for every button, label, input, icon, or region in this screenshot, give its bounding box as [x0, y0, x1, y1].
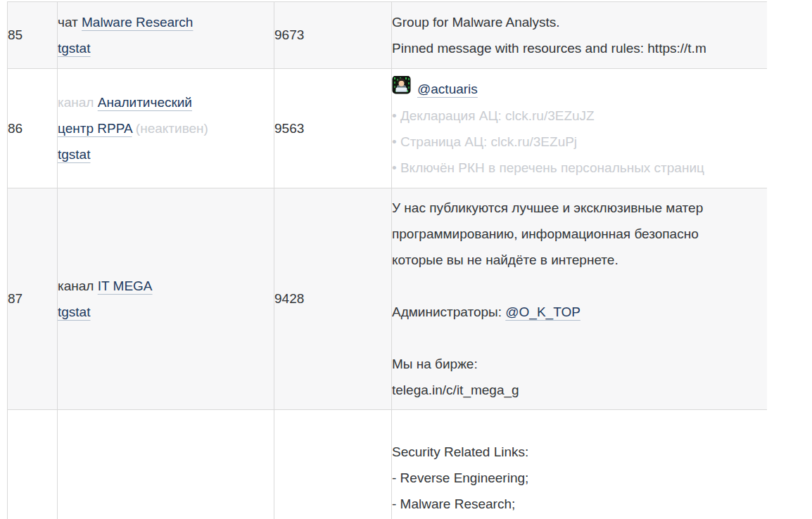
- subscriber-count-cell: [274, 410, 392, 519]
- text-span: которые вы не найдёте в интернете.: [392, 252, 618, 267]
- description-line: У нас публикуются лучшее и эксклюзивные …: [392, 195, 767, 221]
- subscriber-count-cell: 9428: [274, 188, 392, 410]
- text-span: Pinned message with resources and rules:…: [392, 41, 706, 56]
- description-line: программированию, информационная безопас…: [392, 221, 767, 247]
- text-span: программированию, информационная безопас…: [392, 226, 699, 241]
- text-span: • Включён РКН в перечень персональных ст…: [392, 160, 704, 175]
- channel-link[interactable]: центр RPPA: [58, 121, 132, 136]
- description-line: [392, 325, 767, 351]
- description-line: Security Related Links:: [392, 439, 767, 465]
- description-cell: @actuaris• Декларация АЦ: clck.ru/3EZuJZ…: [392, 69, 768, 188]
- description-line: telega.in/c/it_mega_g: [392, 377, 767, 403]
- channel-name-cell: чат Malware Researchtgstat: [58, 2, 274, 69]
- channel-name-line: канал IT MEGA: [58, 273, 274, 299]
- description-line: • Декларация АЦ: clck.ru/3EZuJZ: [392, 103, 767, 129]
- channel-name-line: tgstat: [58, 35, 274, 61]
- description-line: Администраторы: @O_K_TOP: [392, 299, 767, 325]
- channel-link[interactable]: IT MEGA: [98, 278, 153, 293]
- channel-link[interactable]: tgstat: [58, 147, 90, 162]
- description-line: @actuaris: [392, 76, 767, 102]
- channel-name-line: чат Malware Research: [58, 9, 274, 35]
- channel-name-line: центр RPPA (неактивен): [58, 115, 274, 141]
- subscriber-count-cell: 9673: [274, 2, 392, 69]
- channel-link[interactable]: Malware Research: [82, 15, 193, 30]
- description-cell: Security Related Links:- Reverse Enginee…: [392, 410, 768, 519]
- channels-table: 85чат Malware Researchtgstat9673Group fo…: [7, 1, 767, 519]
- description-line: - Reverse Engineering;: [392, 465, 767, 491]
- text-span: (неактивен): [132, 121, 208, 136]
- description-line: которые вы не найдёте в интернете.: [392, 247, 767, 273]
- description-line: Group for Malware Analysts.: [392, 9, 767, 35]
- channel-link[interactable]: tgstat: [58, 41, 90, 56]
- description-line: - Exploit Development;: [392, 517, 767, 519]
- text-span: • Декларация АЦ: clck.ru/3EZuJZ: [392, 108, 595, 123]
- description-line: - Malware Research;: [392, 491, 767, 517]
- channels-table-body: 85чат Malware Researchtgstat9673Group fo…: [8, 2, 768, 519]
- channel-name-line: канал Аналитический: [58, 89, 274, 115]
- channel-name-cell: канал IT MEGAtgstat: [58, 188, 274, 410]
- channel-name-cell: [58, 410, 274, 519]
- channel-name-line: tgstat: [58, 299, 274, 325]
- text-span: канал: [58, 95, 98, 110]
- text-span: У нас публикуются лучшее и эксклюзивные …: [392, 200, 703, 215]
- text-span: чат: [58, 15, 82, 30]
- row-number-cell: 86: [8, 69, 58, 188]
- channel-link[interactable]: Аналитический: [98, 95, 192, 110]
- text-span: • Страница АЦ: clck.ru/3EZuPj: [392, 134, 577, 149]
- text-span: Group for Malware Analysts.: [392, 15, 560, 30]
- table-row-87: 87канал IT MEGAtgstat9428У нас публикуют…: [8, 188, 768, 410]
- channel-name-line: tgstat: [58, 141, 274, 167]
- description-line: [392, 273, 767, 299]
- row-number-cell: [8, 410, 58, 519]
- description-cell: У нас публикуются лучшее и эксклюзивные …: [392, 188, 768, 410]
- description-line: Мы на бирже:: [392, 351, 767, 377]
- table-viewport: 85чат Malware Researchtgstat9673Group fo…: [7, 1, 767, 519]
- channel-name-cell: канал Аналитическийцентр RPPA (неактивен…: [58, 69, 274, 188]
- text-span: - Reverse Engineering;: [392, 470, 528, 485]
- description-line: • Страница АЦ: clck.ru/3EZuPj: [392, 129, 767, 155]
- text-span: - Malware Research;: [392, 496, 515, 511]
- description-line: • Включён РКН в перечень персональных ст…: [392, 155, 767, 181]
- table-row-partial: Security Related Links:- Reverse Enginee…: [8, 410, 768, 519]
- channel-link[interactable]: @O_K_TOP: [505, 305, 581, 319]
- channel-link[interactable]: tgstat: [58, 305, 90, 319]
- description-line: Pinned message with resources and rules:…: [392, 35, 767, 61]
- text-span: Security Related Links:: [392, 444, 528, 459]
- description-cell: Group for Malware Analysts.Pinned messag…: [392, 2, 768, 69]
- row-number-cell: 87: [8, 188, 58, 410]
- table-row-85: 85чат Malware Researchtgstat9673Group fo…: [8, 2, 768, 69]
- technologist-avatar-emoji: [392, 76, 411, 102]
- text-span: telega.in/c/it_mega_g: [392, 383, 519, 397]
- text-span: Администраторы:: [392, 305, 505, 319]
- text-span: Мы на бирже:: [392, 357, 478, 371]
- row-number-cell: 85: [8, 2, 58, 69]
- table-row-86: 86канал Аналитическийцентр RPPA (неактив…: [8, 69, 768, 188]
- subscriber-count-cell: 9563: [274, 69, 392, 188]
- channel-link[interactable]: @actuaris: [417, 82, 478, 96]
- text-span: канал: [58, 278, 98, 293]
